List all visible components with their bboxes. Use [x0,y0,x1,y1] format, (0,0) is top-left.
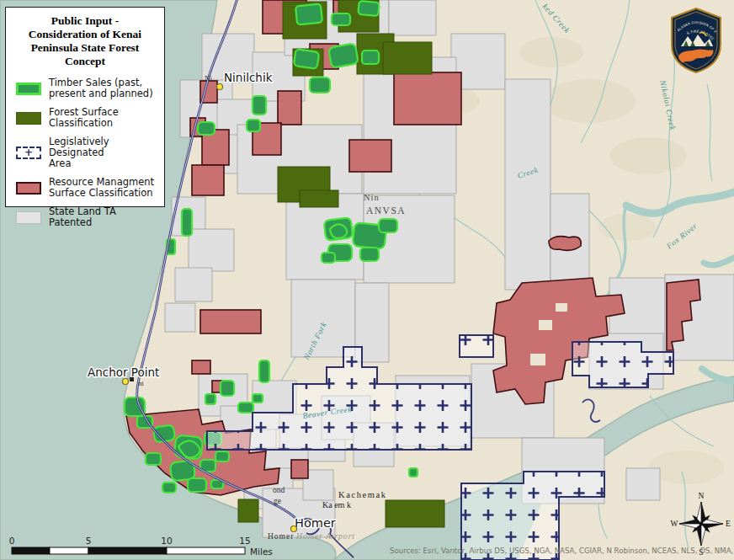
legend-label: Legislatively Designated [49,136,159,158]
forestry-badge: ALASKA DIVISION OF FORESTRY & FIRE PROTE… [669,8,723,73]
scale-tick-5: 5 [86,536,92,546]
legend-item-timber-sales: Timber Sales (past, present and planned) [11,77,159,99]
anchor-point-marker [123,379,129,385]
map-title: Public Input - Consideration of Kenai Pe… [11,14,159,68]
compass-w: W [671,520,678,528]
ge-fragment: ge [274,497,281,505]
ninilchik-label: Ninilchik [224,71,273,84]
airport-symbol [130,377,134,381]
scale-tick-0: 0 [9,536,15,546]
kachemak-partial-label: Ka em k [322,500,351,509]
legend-item-state-land: State Land TA Patented [11,206,159,228]
anvsa-label: ANVSA [366,205,406,216]
legend-label: Classification [49,118,119,129]
map-document: { "colors": { "water": "#b7cfc6", "land"… [0,0,734,560]
ninilchik-marker [217,84,223,90]
legend-item-designated-area: + Legislatively Designated Area [11,136,159,169]
legend-item-forest-classification: Forest Surface Classification [11,107,159,129]
forest-classification-swatch [16,112,41,125]
nt-fragment: nt [138,379,144,387]
anchor-point-label: Anchor Point [88,365,159,379]
legend-panel: Public Input - Consideration of Kenai Pe… [5,7,165,207]
attribution-text: Sources: Esri, Vantor, Airbus DS, USGS, … [390,547,734,555]
scale-unit: Miles [250,547,273,557]
homer-serif-label: Homer [268,532,294,541]
homer-marker [291,526,297,532]
scale-tick-15: 15 [239,536,250,546]
title-line-1: Public Input - [11,14,159,28]
nin-label: Nin [364,193,380,202]
legend-label: Area [49,158,159,169]
state-land-swatch [16,211,41,224]
title-line-2: Consideration of Kenai [11,28,159,41]
ni-fragment: Ni [205,74,212,83]
lake-resource-blob [549,237,581,251]
legend-label: State Land TA Patented [49,206,159,228]
resource-management-swatch [16,182,41,195]
homer-label: Homer [295,516,336,530]
compass-n: N [699,492,705,500]
timber-sales-swatch [16,83,41,95]
legend-label: present and planned) [49,88,153,99]
legend-item-resource-management: Resource Managment Surface Classificatio… [11,177,159,199]
ond-fragment: ond [273,486,285,494]
compass-e: E [726,520,731,528]
scale-tick-10: 10 [161,536,172,546]
title-line-3: Peninsula State Forest [11,41,159,55]
kachemak-label: Kachemak [338,490,387,499]
title-line-4: Concept [11,55,159,68]
legend-label: Surface Classification [49,188,154,199]
homer-airport-label: Homer Airport [295,531,355,541]
designated-area-swatch: + [16,147,41,159]
